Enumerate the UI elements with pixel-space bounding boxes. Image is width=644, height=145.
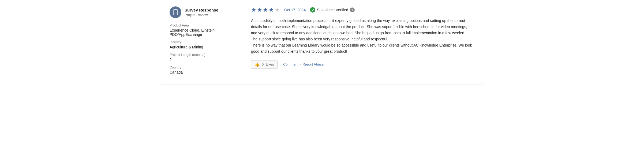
separator-2: · (300, 62, 301, 66)
meta-project-length: Project Length (months) 2 (170, 53, 236, 62)
project-length-value: 2 (170, 58, 236, 62)
left-panel: Survey Response Project Review Product A… (170, 6, 245, 78)
review-body: An incredibly smooth implementation proc… (251, 18, 474, 55)
review-card: Survey Response Project Review Product A… (161, 0, 483, 85)
star-5: ★ (275, 6, 280, 13)
product-area-label: Product Area (170, 24, 236, 27)
comment-link[interactable]: Comment (283, 62, 298, 66)
star-1: ★ (251, 6, 256, 13)
checkmark-icon (311, 8, 314, 12)
separator-1: · (281, 62, 282, 66)
svg-rect-0 (173, 10, 178, 15)
review-actions: 👍 0 Likes · Comment · Report Abuse (251, 60, 474, 69)
likes-label: Likes (266, 62, 274, 66)
report-link[interactable]: Report Abuse (302, 62, 324, 66)
country-value: Canada (170, 70, 236, 74)
verified-label: Salesforce Verified (317, 8, 348, 12)
industry-value: Agriculture & Mining (170, 45, 236, 49)
reviewer-subtitle: Project Review (185, 13, 218, 17)
info-icon[interactable]: i (350, 7, 355, 12)
review-date: Oct 17, 2024 (284, 8, 306, 12)
star-2: ★ (257, 6, 262, 13)
review-header: ★ ★ ★ ★ ★ Oct 17, 2024 Salesforce Verifi… (251, 6, 474, 13)
meta-product-area: Product Area Experience Cloud, Einstein,… (170, 24, 236, 37)
verified-badge: Salesforce Verified i (310, 7, 355, 13)
verified-check-icon (310, 7, 315, 13)
industry-label: Industry (170, 40, 236, 44)
svg-point-4 (174, 11, 174, 11)
meta-country: Country Canada (170, 66, 236, 74)
right-panel: ★ ★ ★ ★ ★ Oct 17, 2024 Salesforce Verifi… (245, 6, 474, 78)
star-4: ★ (269, 6, 274, 13)
survey-icon (172, 9, 179, 16)
action-links: · Comment · Report Abuse (280, 62, 324, 66)
project-length-label: Project Length (months) (170, 53, 236, 57)
reviewer-name: Survey Response (185, 8, 218, 12)
reviewer-header: Survey Response Project Review (170, 6, 236, 18)
reviewer-info: Survey Response Project Review (185, 8, 218, 17)
svg-point-6 (174, 13, 174, 13)
reviewer-icon (170, 6, 181, 18)
country-label: Country (170, 66, 236, 69)
star-3: ★ (263, 6, 268, 13)
meta-industry: Industry Agriculture & Mining (170, 40, 236, 49)
product-area-value: Experience Cloud, Einstein, PDO/AppExcha… (170, 28, 236, 37)
svg-point-5 (174, 12, 174, 12)
like-count: 0 (262, 62, 264, 66)
like-button[interactable]: 👍 0 Likes (251, 60, 278, 69)
star-rating: ★ ★ ★ ★ ★ (251, 6, 280, 13)
thumbs-up-icon: 👍 (254, 62, 260, 67)
